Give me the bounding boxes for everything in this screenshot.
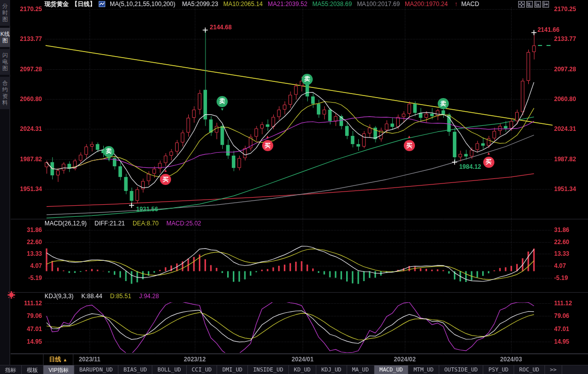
price-axis-label: 1987.82 <box>7 156 42 163</box>
macd-dea-value: DEA:8.70 <box>133 220 158 227</box>
bottom-tab-指标[interactable]: 指标 <box>0 365 22 374</box>
kdj-axis-label: 79.06 <box>7 312 42 319</box>
kdj-title: KDJ(9,3,3) <box>45 293 73 300</box>
bottom-tab--[interactable]: >> <box>545 365 562 374</box>
macd-axis-label: 22.60 <box>554 239 586 246</box>
bottom-tab-kd-ud[interactable]: KD_UD <box>289 365 316 374</box>
scale-y-axis-icon[interactable] <box>526 1 533 8</box>
macd-title: MACD(26,12,9) <box>45 220 87 227</box>
chart-header: 现货黄金 【日线】 MA(5,10,21,55,100,200) MA5:209… <box>45 0 484 8</box>
bottom-tab-inside-ud[interactable]: INSIDE_UD <box>248 365 289 374</box>
price-axis-label: 2097.28 <box>554 66 586 73</box>
macd-axis-label: -5.19 <box>554 274 586 282</box>
price-axis-label: 2097.28 <box>7 66 42 73</box>
price-axis-label: 2024.31 <box>554 125 586 132</box>
symbol-title: 现货黄金 <box>45 1 69 8</box>
buy-arrow-icon: ▲ <box>262 135 273 139</box>
macd-axis-label: 31.86 <box>7 226 42 233</box>
ma-legend-item: MA200:1970.24 <box>405 1 448 8</box>
ma-legend-item: MA100:2017.69 <box>357 1 400 8</box>
price-callout: 1931.56 <box>136 206 158 213</box>
bottom-tab-vip指标[interactable]: VIP指标 <box>44 365 74 374</box>
kdj-axis-label: 14.95 <box>554 338 586 345</box>
price-axis-label: 2170.25 <box>7 6 42 13</box>
ma-legend-item: MA55:2038.69 <box>312 1 352 8</box>
bottom-tab-ma-ud[interactable]: MA_UD <box>347 365 374 374</box>
bottom-tab-bias-ud[interactable]: BIAS_UD <box>118 365 152 374</box>
price-axis-label: 2133.77 <box>7 35 42 42</box>
price-axis-label: 2060.80 <box>7 96 42 103</box>
time-axis-row: 日线 ▲ 2023/112023/122024/012024/022024/03 <box>11 354 588 365</box>
kdj-j-value: J:94.28 <box>139 293 159 300</box>
price-callout: 2141.66 <box>537 26 559 33</box>
kdj-axis-label: 111.12 <box>7 300 42 307</box>
sidebar-tab-3[interactable]: 合约资料 <box>0 77 10 109</box>
macd-diff-value: DIFF:21.21 <box>95 220 125 227</box>
date-label: 2024/03 <box>491 356 531 363</box>
period-selector[interactable]: 日线 ▲ <box>43 354 73 365</box>
date-label: 2023/12 <box>175 356 215 363</box>
bottom-tab-模板[interactable]: 模板 <box>22 365 44 374</box>
sell-arrow-icon: ▼ <box>103 158 114 162</box>
macd-axis-label: 4.07 <box>554 262 586 269</box>
period-dropdown-arrow-icon: ▲ <box>63 357 67 362</box>
buy-arrow-icon: ▲ <box>404 135 415 139</box>
date-label: 2024/01 <box>282 356 323 363</box>
bottom-tab-macd-ud[interactable]: MACD_UD <box>374 365 408 374</box>
ma-legend-item: MA21:2039.52 <box>268 1 307 8</box>
macd-axis-label: 13.33 <box>554 250 586 257</box>
price-axis-label: 1951.34 <box>7 185 42 193</box>
alert-blink-icon[interactable] <box>9 293 14 297</box>
bottom-tab-mtm-ud[interactable]: MTM_UD <box>408 365 439 374</box>
sidebar-tab-0[interactable]: 分时图 <box>0 0 10 26</box>
price-callout: 1984.12 <box>459 163 481 170</box>
macd-axis-label: 13.33 <box>7 250 42 257</box>
price-callout: 2144.68 <box>210 24 232 31</box>
date-label: 2023/11 <box>69 356 110 363</box>
macd-panel-header: MACD(26,12,9) DIFF:21.21 DEA:8.70 MACD:2… <box>45 220 207 227</box>
bottom-tab-dmi-ud[interactable]: DMI_UD <box>217 365 248 374</box>
bottom-tab-roc-ud[interactable]: ROC_UD <box>514 365 545 374</box>
ma-legend-item: MA5:2099.23 <box>182 1 218 8</box>
left-tab-rail: 分时图K线图闪电图合约资料 <box>0 0 10 365</box>
macd-axis-label: -5.19 <box>7 274 42 282</box>
bottom-tab-barupdn-ud[interactable]: BARUPDN_UD <box>74 365 118 374</box>
chart-canvas[interactable] <box>0 0 588 365</box>
indicator-chart-icon <box>99 1 105 9</box>
kdj-k-value: K:88.44 <box>81 293 102 300</box>
buy-marker: 买 <box>404 140 415 151</box>
crosshair-icon[interactable] <box>518 1 525 8</box>
bottom-tab-kdj-ud[interactable]: KDJ_UD <box>316 365 347 374</box>
bottom-tab-outside-ud[interactable]: OUTSIDE_UD <box>439 365 483 374</box>
price-axis-label: 2024.31 <box>7 125 42 132</box>
sell-arrow-icon: ▼ <box>438 110 449 114</box>
sell-arrow-icon: ▼ <box>302 85 313 89</box>
period-label: 【日线】 <box>71 1 96 8</box>
sell-marker: 卖 <box>217 96 228 107</box>
ma-group-label: MA(5,10,21,55,100,200) <box>110 1 175 8</box>
price-axis-label: 1951.34 <box>554 185 586 193</box>
price-axis-label: 1987.82 <box>554 156 586 163</box>
collapse-panel-icon[interactable] <box>542 1 549 8</box>
macd-axis-label: 4.07 <box>7 262 42 269</box>
buy-marker: 买 <box>483 157 494 168</box>
macd-macd-value: MACD:25.02 <box>166 220 201 227</box>
buy-marker: 买 <box>262 140 273 151</box>
buy-arrow-icon: ▲ <box>483 152 494 156</box>
price-axis-label: 2170.25 <box>554 6 586 13</box>
bottom-tab-psy-ud[interactable]: PSY_UD <box>483 365 514 374</box>
kdj-axis-label: 47.01 <box>7 325 42 333</box>
bottom-tab-boll-ud[interactable]: BOLL_UD <box>152 365 186 374</box>
chart-toolbar <box>518 1 549 8</box>
macd-axis-label: 22.60 <box>7 239 42 246</box>
up-arrow-icon: ↑ <box>454 1 457 8</box>
period-text: 日线 <box>49 356 61 363</box>
bottom-tab-cci-ud[interactable]: CCI_UD <box>187 365 218 374</box>
ma-legend-item: MA10:2065.14 <box>223 1 263 8</box>
buy-arrow-icon: ▲ <box>160 169 171 173</box>
kdj-axis-label: 47.01 <box>554 325 586 333</box>
date-label: 2024/02 <box>385 356 425 363</box>
scale-x-axis-icon[interactable] <box>534 1 541 8</box>
kdj-axis-label: 111.12 <box>554 300 586 307</box>
sell-marker: 卖 <box>103 146 114 157</box>
